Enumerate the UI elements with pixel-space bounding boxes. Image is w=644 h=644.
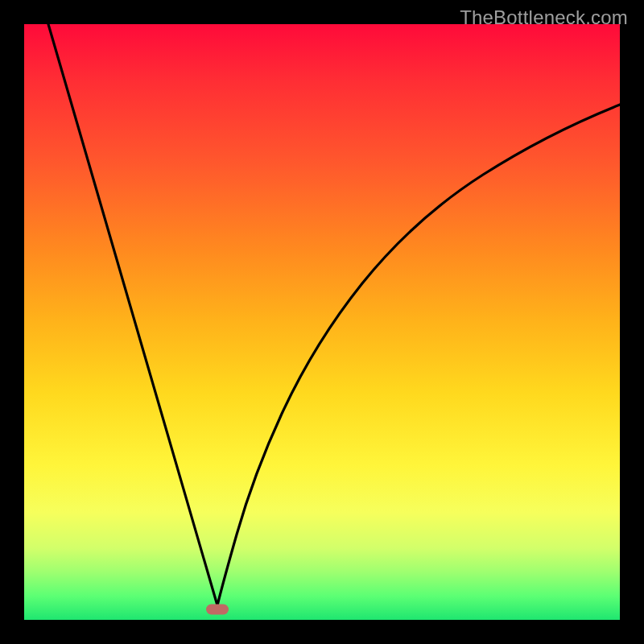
- watermark-text: TheBottleneck.com: [460, 6, 628, 29]
- min-marker: [206, 605, 229, 615]
- plot-area: [24, 24, 620, 620]
- chart-frame: TheBottleneck.com: [0, 0, 644, 644]
- bottleneck-curve: [24, 24, 620, 620]
- curve-right-branch: [217, 105, 620, 605]
- curve-left-branch: [48, 24, 217, 605]
